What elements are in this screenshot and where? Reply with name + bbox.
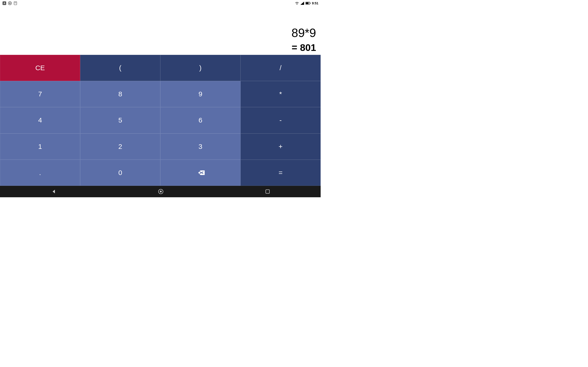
wifi-icon (295, 2, 299, 5)
svg-rect-10 (306, 2, 309, 4)
home-button[interactable] (158, 189, 164, 194)
calculator-grid: CE()/789*456-123+.0 = (0, 55, 321, 186)
display-area: 89*9 = 801 (0, 6, 321, 55)
button-dot[interactable]: . (0, 160, 80, 186)
button-add[interactable]: + (241, 133, 321, 160)
svg-text:A: A (3, 2, 5, 5)
nav-bar (0, 186, 321, 197)
back-button[interactable] (51, 189, 56, 194)
clock: 9:51 (312, 1, 318, 5)
svg-marker-14 (52, 190, 55, 193)
svg-rect-4 (14, 2, 17, 5)
app-icon-a: A (2, 1, 6, 5)
svg-rect-6 (16, 2, 16, 3)
status-bar: A (0, 0, 321, 6)
button-zero[interactable]: 0 (80, 160, 160, 186)
recent-button[interactable] (265, 189, 270, 194)
button-div[interactable]: / (241, 55, 321, 81)
button-nine[interactable]: 9 (160, 81, 241, 107)
button-del[interactable] (160, 160, 241, 186)
battery-icon (305, 2, 311, 5)
button-one[interactable]: 1 (0, 133, 80, 160)
result-display: = 801 (292, 42, 316, 53)
svg-marker-7 (300, 2, 304, 5)
svg-rect-9 (310, 3, 310, 4)
button-close[interactable]: ) (160, 55, 241, 81)
signal-icon (300, 2, 304, 5)
expression-display: 89*9 (292, 26, 316, 40)
button-ce[interactable]: CE (0, 55, 80, 81)
button-five[interactable]: 5 (80, 107, 160, 133)
button-mul[interactable]: * (241, 81, 321, 107)
button-open[interactable]: ( (80, 55, 160, 81)
button-sub[interactable]: - (241, 107, 321, 133)
button-six[interactable]: 6 (160, 107, 241, 133)
status-left-icons: A (2, 1, 17, 5)
button-eight[interactable]: 8 (80, 81, 160, 107)
button-four[interactable]: 4 (0, 107, 80, 133)
app-icon-sd (13, 1, 17, 5)
svg-rect-17 (266, 190, 269, 193)
svg-point-16 (160, 191, 162, 192)
button-seven[interactable]: 7 (0, 81, 80, 107)
svg-rect-5 (15, 2, 15, 3)
button-two[interactable]: 2 (80, 133, 160, 160)
app-icon-circle (8, 1, 12, 5)
status-right-icons: 9:51 (295, 1, 318, 5)
svg-point-3 (9, 2, 10, 4)
button-three[interactable]: 3 (160, 133, 241, 160)
button-eq[interactable]: = (241, 160, 321, 186)
